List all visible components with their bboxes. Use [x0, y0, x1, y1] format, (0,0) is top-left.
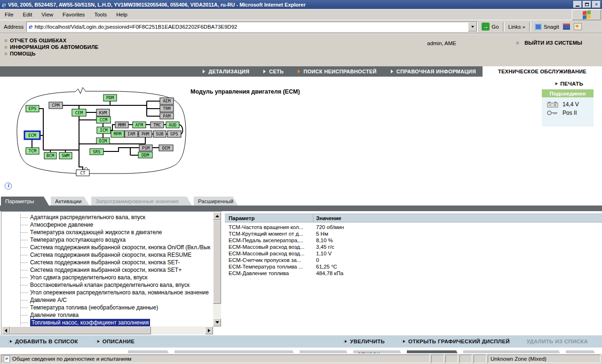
module-TCM[interactable]: TCM — [26, 148, 39, 154]
address-input[interactable]: e http://localhost/Vida/Login.do;jsessio… — [26, 22, 478, 32]
scroll-up-button[interactable] — [213, 212, 221, 220]
module-PHM[interactable]: PHM — [139, 131, 152, 137]
module-MPM[interactable]: MPM — [111, 131, 124, 137]
subnav-tab-maintenance[interactable]: ТЕХНИЧЕСКОЕ ОБСЛУЖИВАНИЕ — [483, 66, 602, 77]
parameter-list-item[interactable]: Давление A/C — [2, 296, 213, 304]
subnav-item[interactable]: ДЕТАЛИЗАЦИЯ — [203, 69, 249, 74]
header-link[interactable]: ОТЧЕТ ОБ ОШИБКАХ — [5, 37, 98, 44]
module-CT[interactable]: CT — [76, 170, 89, 176]
logout-link[interactable]: ВЫЙТИ ИЗ СИСТЕМЫ — [516, 40, 582, 46]
value-row[interactable]: ECM-Массовый расход возд...1,10 V — [225, 250, 602, 257]
action-button[interactable]: ДОБАВИТЬ В СПИСОК — [8, 339, 78, 344]
panel-tab[interactable]: Запрограммированные значения — [91, 197, 192, 206]
header-link[interactable]: ИНФОРМАЦИЯ ОБ АВТОМОБИЛЕ — [5, 44, 98, 50]
module-CCM[interactable]: CCM — [96, 117, 111, 123]
value-row[interactable]: TCM-Частота вращения кол...720 об/мин — [225, 224, 602, 230]
module-DDM[interactable]: DDM — [138, 152, 152, 158]
print-button[interactable]: ПЕЧАТЬ — [554, 81, 583, 87]
parameter-list-item[interactable]: Топливный насос, коэффициент заполнения — [2, 319, 213, 326]
scroll-down-button[interactable] — [213, 318, 221, 326]
module-IAM[interactable]: IAM — [125, 131, 138, 137]
module-TMC[interactable]: TMC — [150, 122, 164, 128]
link-arrow-icon — [96, 340, 100, 344]
module-PSM[interactable]: PSM — [139, 145, 152, 151]
links-menu[interactable]: Links » — [508, 24, 525, 30]
module-CPM[interactable]: CPM — [49, 102, 63, 109]
menu-edit[interactable]: Edit — [23, 12, 32, 17]
close-button[interactable]: × — [592, 1, 601, 8]
menu-bar: FileEditViewFavoritesToolsHelp — [0, 9, 602, 20]
module-KVM[interactable]: KVM — [96, 109, 110, 116]
parameter-list-item[interactable]: Давление топлива — [2, 311, 213, 319]
menu-help[interactable]: Help — [116, 12, 127, 17]
parameter-list-pane: Адаптация распределительного вала, впуск… — [1, 211, 222, 335]
subnav-item[interactable]: СЕТЬ — [263, 69, 284, 74]
parameter-list-item[interactable]: Система поддержания выбранной скорости, … — [2, 244, 213, 251]
module-TRM[interactable]: TRM — [160, 105, 174, 112]
parameter-list-item[interactable]: Температура охлаждающей жидкости в двига… — [2, 229, 213, 236]
value-row[interactable]: ECM-Педаль акселератора,...8,10 % — [225, 237, 602, 244]
module-GPS[interactable]: GPS — [167, 131, 181, 137]
menu-file[interactable]: File — [5, 12, 14, 17]
module-SUB[interactable]: SUB — [153, 131, 166, 137]
edit-page-icon[interactable] — [574, 23, 582, 30]
module-AEM[interactable]: AEM — [160, 98, 174, 104]
parameter-list-item[interactable]: Температура поступающего воздуха — [2, 236, 213, 244]
menu-tools[interactable]: Tools — [94, 12, 107, 17]
parameter-list-item[interactable]: Система поддержания выбранной скорости, … — [2, 259, 213, 266]
address-dropdown-button[interactable] — [468, 22, 477, 32]
vertical-scrollbar[interactable] — [213, 212, 221, 326]
scroll-left-button[interactable] — [2, 326, 10, 334]
vertical-scroll-thumb[interactable] — [213, 220, 221, 304]
value-row[interactable]: ECM-Давление топлива484,78 кПа — [225, 270, 602, 277]
values-table-body: TCM-Частота вращения кол...720 об/минTCM… — [225, 224, 602, 277]
parameter-list-item[interactable]: Адаптация распределительного вала, впуск — [2, 214, 213, 221]
subnav-item[interactable]: СПРАВОЧНАЯ ИНФОРМАЦИЯ — [391, 69, 476, 74]
value-row[interactable]: ECM-Температура топлива ...61,25 °C — [225, 263, 602, 270]
module-MMM[interactable]: MMM — [115, 122, 128, 128]
module-ECM[interactable]: ECM — [24, 131, 40, 139]
module-AUD[interactable]: AUD — [166, 122, 179, 128]
parameter-list-item[interactable]: Система поддержания выбранной скорости, … — [2, 266, 213, 274]
action-button[interactable]: УВЕЛИЧИТЬ — [343, 339, 385, 344]
panel-tab[interactable]: Параметры — [1, 197, 49, 206]
module-SWM[interactable]: SWM — [59, 152, 72, 159]
header-link[interactable]: ПОМОЩЬ — [5, 50, 98, 57]
parameter-list-item[interactable]: Система поддержания выбранной скорости, … — [2, 251, 213, 259]
module-PAM[interactable]: PAM — [160, 113, 174, 119]
module-ICM[interactable]: ICM — [97, 127, 111, 134]
panel-tab[interactable]: Активации — [51, 197, 89, 206]
menu-view[interactable]: View — [41, 12, 53, 17]
restore-button[interactable] — [583, 1, 591, 8]
scroll-right-button[interactable] — [205, 326, 213, 334]
value-row[interactable]: TCM-Крутящий момент от д...5 Нм — [225, 230, 602, 237]
value-row[interactable]: ECM-Массовый расход возд...3,45 г/с — [225, 244, 602, 250]
value-row[interactable]: ECM-Счетчик пропусков за...0 — [225, 257, 602, 263]
parameter-list-item[interactable]: Угол сдвига распределительного вала, впу… — [2, 274, 213, 281]
snagit-capture-icon[interactable] — [563, 24, 570, 30]
module-CEM[interactable]: CEM — [72, 109, 86, 116]
module-SRS[interactable]: SRS — [90, 149, 103, 155]
minimize-button[interactable] — [573, 1, 582, 8]
panel-tab[interactable]: Расширенный — [194, 197, 238, 206]
info-icon[interactable]: i — [5, 182, 12, 190]
parameter-list-item[interactable]: Атмосферное давление — [2, 221, 213, 229]
module-DIM[interactable]: DIM — [96, 138, 110, 144]
subnav-item-label: ПОИСК НЕИСПРАВНОСТЕЙ — [303, 69, 377, 74]
parameter-list-item[interactable]: Восстановительный клапан распределительн… — [2, 281, 213, 289]
module-AFM[interactable]: AFM — [133, 122, 146, 128]
go-button[interactable]: → Go — [482, 23, 499, 31]
parameter-list-item[interactable]: Температура топлива (необработанные данн… — [2, 304, 213, 311]
horizontal-scrollbar[interactable] — [2, 326, 213, 334]
module-EPS[interactable]: EPS — [26, 105, 39, 112]
action-button[interactable]: ОТКРЫТЬ ГРАФИЧЕСКИЙ ДИСПЛЕЙ — [402, 339, 510, 344]
menu-favorites[interactable]: Favorites — [63, 12, 85, 17]
module-PDM[interactable]: PDM — [103, 95, 117, 101]
parameter-list-item[interactable]: Угол опережения распределительного вала,… — [2, 289, 213, 296]
subnav-item[interactable]: ПОИСК НЕИСПРАВНОСТЕЙ — [298, 69, 377, 74]
module-DEM[interactable]: DEM — [159, 145, 173, 151]
snagit-icon[interactable] — [535, 24, 542, 30]
action-button[interactable]: ОПИСАНИЕ — [96, 339, 135, 344]
module-BCM[interactable]: BCM — [44, 152, 56, 159]
horizontal-scroll-thumb[interactable] — [10, 326, 151, 334]
